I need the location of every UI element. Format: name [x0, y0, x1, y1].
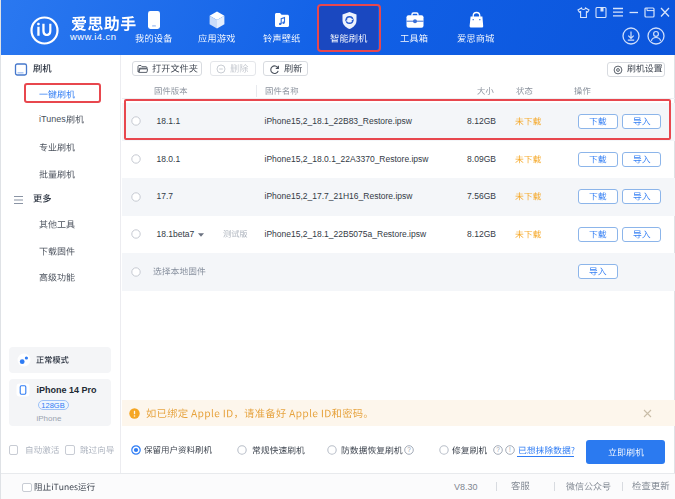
svg-text:?: ? [496, 447, 500, 454]
svg-text:!: ! [509, 447, 511, 454]
svg-text:?: ? [407, 447, 411, 454]
